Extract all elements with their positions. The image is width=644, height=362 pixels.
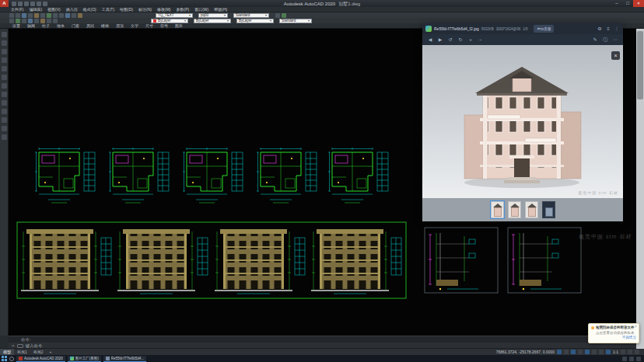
taskbar-button-viewer[interactable]: 图片工厂(看图) [68,356,101,362]
lineweight-combo[interactable]: ByLayer▾ [236,19,274,23]
new-file-icon[interactable] [12,2,16,6]
zoom-out-icon[interactable]: − [478,37,484,43]
toolbar-layerstate-icon[interactable] [282,13,286,18]
plugin-menu-door[interactable]: 门窗 [72,23,79,29]
polyline-icon[interactable] [2,40,7,46]
move-icon[interactable] [2,100,7,106]
toolbar-properties-icon[interactable] [78,13,82,18]
toolbar-layers-icon[interactable] [275,13,280,18]
minimize-button[interactable]: – [611,0,622,7]
popup-close-icon[interactable]: × [635,325,637,329]
menu-edit[interactable]: 编辑(E) [29,7,42,12]
elevation-2[interactable] [117,229,208,294]
menu-draw[interactable]: 绘图(D) [120,7,133,12]
lineweight-display-icon[interactable] [606,350,611,354]
start-menu-icon[interactable] [2,356,7,361]
otrack-icon[interactable] [592,350,597,354]
linetype-combo[interactable]: ByLayer▾ [194,19,231,23]
taskbar-button-image[interactable]: Re55fd-f77fe6b5d4... [103,356,146,362]
layer-lock-icon[interactable] [22,19,26,23]
redo-icon[interactable] [43,2,47,6]
section-2[interactable] [508,228,581,293]
plot-icon[interactable] [30,2,35,6]
menu-window[interactable]: 窗口(W) [194,7,208,12]
close-button[interactable]: × [633,0,644,7]
trim-icon[interactable] [2,126,7,131]
plugin-menu-text[interactable]: 文字 [131,23,138,29]
network-icon[interactable] [629,357,634,361]
elevation-4[interactable] [311,229,401,294]
edit-image-icon[interactable]: ✎ [592,37,598,43]
thumbnail-2[interactable] [508,201,521,218]
fullscreen-toggle-icon[interactable] [635,350,639,354]
menu-file[interactable]: 文件(F) [11,7,23,12]
plugin-menu-roof[interactable]: 屋顶 [116,23,124,29]
grid-icon[interactable] [557,350,562,354]
plot-style-combo[interactable]: Standard▾ [279,19,312,23]
dim-style-combo[interactable]: pq00▾ [198,13,228,18]
taskbar-search-icon[interactable] [9,357,14,361]
toolbar-paste-icon[interactable] [40,13,45,18]
tray-up-icon[interactable] [622,357,627,361]
plugin-menu-stair[interactable]: 楼梯 [101,23,109,29]
viewer-more-icon[interactable]: ⋮ [614,26,620,32]
rectangle-icon[interactable] [2,66,7,71]
toolbar-new-icon[interactable] [9,13,14,18]
plugin-menu-library[interactable]: 图库 [175,23,183,29]
viewer-close-button[interactable]: × [611,51,620,60]
taskbar-button-autocad[interactable]: Autodesk AutoCAD 2020 [16,356,65,362]
rotate-icon[interactable] [2,117,7,123]
menu-parametric[interactable]: 参数(P) [177,7,190,12]
vertical-scrollbar[interactable] [636,29,644,349]
polar-icon[interactable] [578,350,583,354]
plugin-menu-wall[interactable]: 墙体 [57,23,65,29]
image-preview[interactable]: 视觉中国 stm 石材 [422,45,623,198]
erase-icon[interactable] [2,134,7,140]
image-info-icon[interactable]: ⓘ [602,37,608,43]
toolbar-zoom-icon[interactable] [72,13,76,18]
dimension-icon[interactable] [2,92,7,97]
menu-modify[interactable]: 修改(M) [157,7,171,12]
circle-icon[interactable] [2,49,7,54]
floor-plan-5[interactable] [328,148,388,203]
menu-insert[interactable]: 插入(I) [66,7,78,12]
line-icon[interactable] [2,32,7,37]
osnap-icon[interactable] [585,350,590,354]
annotation-scale[interactable]: 1:1 [613,350,618,354]
popup-link[interactable]: 不再提示 [591,336,636,339]
menu-dimension[interactable]: 标注(N) [138,7,152,12]
scrollbar-thumb[interactable] [637,31,643,99]
floor-plan-3[interactable] [183,148,243,203]
menu-format[interactable]: 格式(O) [82,7,96,12]
undo-icon[interactable] [37,2,41,6]
toolbar-plot-icon[interactable] [28,13,33,18]
elevation-3[interactable] [215,229,305,294]
rotate-right-icon[interactable]: ↻ [457,37,464,43]
toolbar-pan-icon[interactable] [65,13,70,18]
workspace-gear-icon[interactable] [621,350,625,354]
thumbnail-3[interactable] [525,201,538,218]
hatch-icon[interactable] [2,75,7,80]
viewer-blank-tab[interactable]: 空白页面 [534,25,554,33]
thumbnail-1[interactable] [491,201,504,218]
toolbar-undo-icon[interactable] [53,13,58,18]
text-icon[interactable] [2,83,7,89]
toolbar-redo-icon[interactable] [59,13,64,18]
thumbnail-4[interactable] [542,201,555,218]
toolbar-open-icon[interactable] [16,13,20,18]
open-file-icon[interactable] [18,2,23,6]
save-icon[interactable] [24,2,29,6]
menu-view[interactable]: 视图(V) [47,7,61,12]
plugin-menu-room[interactable]: 房间 [86,23,94,29]
isolate-objects-icon[interactable] [628,350,632,354]
plugin-menu-symbol[interactable]: 符号 [160,23,168,29]
menu-tools[interactable]: 工具(T) [102,7,114,12]
floor-plan-4[interactable] [257,148,317,203]
dynamic-input-icon[interactable] [599,350,604,354]
next-image-icon[interactable]: ▶ [437,37,443,43]
viewer-overflow-icon[interactable]: ⋯ [612,37,618,43]
floor-plan-2[interactable] [109,148,169,203]
copy-icon[interactable] [2,109,7,114]
maximize-button[interactable]: □ [622,0,633,7]
elevation-1[interactable] [21,229,111,294]
